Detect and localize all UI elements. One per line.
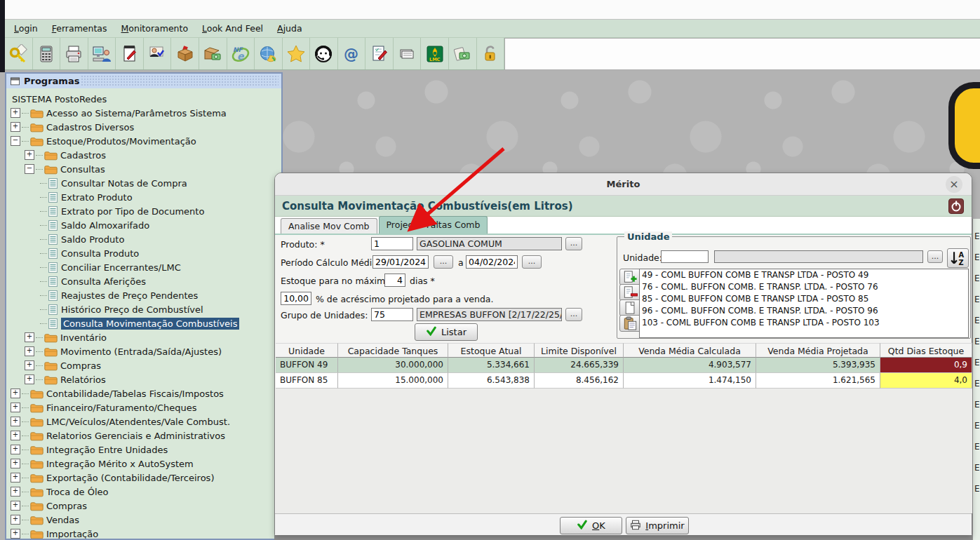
menu-look-and-feel[interactable]: Look And Feel — [202, 23, 263, 34]
menu-login[interactable]: Login — [14, 23, 38, 34]
table-row-buffon-49[interactable]: BUFFON 4930.000,0005.334,66124.665,3394.… — [276, 358, 972, 373]
paste-list-icon[interactable] — [619, 315, 641, 332]
tree-item-hist-rico-pre-o-de-combust-vel[interactable]: Histórico Preço de Combustível — [6, 302, 281, 316]
tree-item-consultas[interactable]: −Consultas — [6, 162, 281, 176]
expand-plus-icon[interactable]: + — [11, 501, 20, 511]
tree-item-movimento-entrada-sa-da-ajustes[interactable]: +Movimento (Entrada/Saída/Ajustes) — [6, 344, 281, 358]
remove-unit-icon[interactable] — [619, 284, 641, 301]
tree-item-compras[interactable]: +Compras — [6, 358, 281, 372]
tree-item-sistema-postoredes[interactable]: SISTEMA PostoRedes — [6, 92, 281, 106]
tree-item-cadastros[interactable]: +Cadastros — [6, 148, 281, 162]
tree-item-integra-o-m-rito-x-autosystem[interactable]: +Integração Mérito x AutoSystem — [6, 457, 281, 471]
column-header-venda-m-dia-calculada[interactable]: Venda Média Calculada — [624, 343, 756, 358]
column-header-limite-dispon-vel[interactable]: Limite Disponível — [535, 343, 624, 358]
expand-plus-icon[interactable]: + — [11, 417, 20, 426]
grupo-lookup-button[interactable]: ... — [565, 308, 582, 321]
expand-plus-icon[interactable]: + — [11, 529, 20, 539]
login-key-icon[interactable] — [8, 44, 28, 64]
programas-panel-header[interactable]: Programas — [6, 74, 281, 88]
tree-item-consulta-aferi-es[interactable]: Consulta Aferições — [6, 274, 281, 288]
expand-plus-icon[interactable]: + — [11, 459, 20, 468]
expand-plus-icon[interactable]: + — [11, 487, 20, 497]
add-unit-icon[interactable] — [619, 269, 641, 285]
column-header-estoque-atual[interactable]: Estoque Atual — [448, 343, 535, 358]
unidade-list-item[interactable]: 96 - COML. BUFFON COMB. E TRANSP. LTDA. … — [640, 305, 968, 317]
checklist-icon[interactable] — [370, 44, 389, 64]
menu-ajuda[interactable]: Ajuda — [277, 23, 302, 34]
produto-lookup-button[interactable]: ... — [565, 237, 582, 250]
listar-button[interactable]: Listar — [415, 323, 478, 341]
periodo-de-calendar-button[interactable]: ... — [434, 255, 453, 269]
tree-item-invent-rio[interactable]: +Inventário — [6, 330, 281, 344]
tab-analise-mov-comb[interactable]: Analise Mov Comb — [281, 218, 377, 234]
support-headset-icon[interactable] — [314, 44, 333, 64]
clear-list-icon[interactable] — [619, 299, 641, 316]
expand-plus-icon[interactable]: + — [25, 346, 34, 356]
expand-plus-icon[interactable]: + — [25, 332, 34, 342]
imprimir-button[interactable]: Imprimir — [626, 517, 689, 534]
tree-item-extrato-produto[interactable]: Extrato Produto — [6, 190, 281, 204]
expand-plus-icon[interactable]: + — [11, 108, 20, 118]
tree-item-importa-o[interactable]: +Importação — [6, 527, 281, 539]
periodo-de-input[interactable] — [372, 255, 429, 269]
tree-item-financeiro-faturamento-cheques[interactable]: +Financeiro/Faturamento/Cheques — [6, 400, 281, 414]
expand-plus-icon[interactable]: + — [11, 445, 20, 454]
tree-item-cadastros-diversos[interactable]: +Cadastros Diversos — [6, 120, 281, 134]
card-money-icon[interactable] — [452, 44, 472, 64]
tree-item-relat-rios[interactable]: +Relatórios — [6, 372, 281, 386]
unidade-lookup-button[interactable]: ... — [927, 250, 943, 263]
expand-plus-icon[interactable]: + — [25, 374, 34, 384]
tree-item-consulta-movimenta-o-combust-veis[interactable]: Consulta Movimentação Combustíveis — [6, 316, 281, 330]
tree-item-integra-o-entre-unidades[interactable]: +Integração Entre Unidades — [6, 443, 281, 457]
estoque-dias-input[interactable] — [384, 274, 405, 287]
tree-item-consultar-notas-de-compra[interactable]: Consultar Notas de Compra — [6, 176, 281, 190]
expand-plus-icon[interactable]: + — [11, 403, 20, 412]
cards-icon[interactable] — [397, 44, 417, 64]
collapse-minus-icon[interactable]: − — [11, 136, 20, 146]
printer-icon[interactable] — [64, 44, 83, 64]
nfe-icon[interactable]: NFe — [231, 44, 250, 64]
tree-item-compras[interactable]: +Compras — [6, 499, 281, 513]
produto-code-input[interactable] — [371, 237, 413, 250]
tree-item-exporta-o-contabilidade-terceiros[interactable]: +Exportação (Contabilidade/Terceiros) — [6, 471, 281, 485]
tree-item-saldo-almoxarifado[interactable]: Saldo Almoxarifado — [6, 218, 281, 232]
grupo-code-input[interactable] — [371, 308, 413, 321]
menu-monitoramento[interactable]: Monitoramento — [121, 23, 189, 34]
power-icon[interactable] — [948, 198, 964, 214]
column-header-venda-m-dia-projetada[interactable]: Venda Média Projetada — [756, 343, 880, 358]
tree-item-estoque-produtos-movimenta-o[interactable]: −Estoque/Produtos/Movimentação — [6, 134, 281, 148]
column-header-qtd-dias-estoque[interactable]: Qtd Dias Estoque — [880, 343, 972, 358]
dialog-titlebar[interactable]: Mérito × — [275, 173, 972, 196]
expand-plus-icon[interactable]: + — [25, 150, 34, 160]
expand-plus-icon[interactable]: + — [25, 360, 34, 370]
unlock-icon[interactable] — [481, 44, 500, 64]
column-header-unidade[interactable]: Unidade — [276, 343, 338, 358]
tree-item-relatorios-gerenciais-e-administrativos[interactable]: +Relatorios Gerenciais e Administrativos — [6, 428, 281, 443]
periodo-ate-calendar-button[interactable]: ... — [522, 255, 542, 269]
acrescimo-input[interactable] — [281, 292, 311, 305]
unidade-list-item[interactable]: 103 - COML BUFFON COMB E TRANSP LTDA - P… — [640, 317, 968, 329]
tree-item-lmc-ve-culos-atendentes-vale-combust[interactable]: +LMC/Veículos/Atendentes/Vale Combust. — [6, 414, 281, 428]
close-icon[interactable]: × — [946, 176, 962, 193]
column-header-capacidade-tanques[interactable]: Capacidade Tanques — [338, 343, 448, 358]
unidade-list-item[interactable]: 85 - COML BUFFON COMB E TRANSP LTDA - PO… — [640, 293, 968, 305]
tree-item-reajustes-de-pre-o-pendentes[interactable]: Reajustes de Preço Pendentes — [6, 288, 281, 302]
at-email-icon[interactable]: @ — [342, 44, 361, 64]
open-box-icon[interactable] — [175, 44, 195, 64]
sort-az-icon[interactable]: AZ — [947, 248, 969, 268]
expand-plus-icon[interactable]: + — [11, 431, 20, 440]
expand-plus-icon[interactable]: + — [11, 515, 20, 525]
lmc-icon[interactable]: LMC — [425, 44, 445, 64]
unidade-list-item[interactable]: 76 - COML. BUFFON COMB. E TRANSP. LTDA. … — [640, 281, 968, 293]
ok-button[interactable]: OK — [560, 517, 622, 534]
unidade-list-item[interactable]: 49 - COML BUFFON COMB E TRANSP LTDA - PO… — [640, 269, 968, 281]
tab-proje-o-faltas-comb[interactable]: Projeção Faltas Comb — [379, 216, 488, 234]
presenter-check-icon[interactable] — [147, 44, 167, 64]
unidade-code-input[interactable] — [661, 250, 709, 263]
notepad-icon[interactable] — [120, 44, 140, 64]
expand-plus-icon[interactable]: + — [11, 473, 20, 482]
tree-item-saldo-produto[interactable]: Saldo Produto — [6, 232, 281, 246]
tree-item-contabilidade-tabelas-fiscais-impostos[interactable]: +Contabilidade/Tabelas Fiscais/Impostos — [6, 386, 281, 400]
menu-ferramentas[interactable]: Ferramentas — [52, 23, 107, 34]
tree-item-consulta-produto[interactable]: Consulta Produto — [6, 246, 281, 260]
